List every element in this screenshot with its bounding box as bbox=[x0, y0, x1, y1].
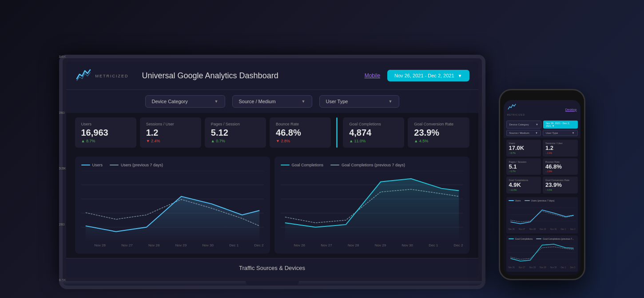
phone-chart-area: Users Users (previous 7 days) bbox=[504, 195, 580, 275]
logo-text: METRICIZED bbox=[95, 74, 129, 78]
phone-goal-x-labels: Nov 26 Nov 27 Nov 28 Nov 29 Nov 30 Dec 1… bbox=[509, 266, 576, 270]
metric-value: 23.9% bbox=[414, 128, 463, 137]
caret: ▼ bbox=[535, 132, 538, 134]
phone-date-btn[interactable]: Nov 26, 2021 - Dec 2, 2021 ▼ bbox=[543, 121, 578, 129]
x-label: Nov 27 bbox=[121, 243, 132, 247]
x-label: Dec 1 bbox=[561, 228, 566, 230]
x-label: Nov 27 bbox=[321, 243, 332, 247]
device-category-filter[interactable]: Device Category ▼ bbox=[145, 95, 225, 108]
metric-label: Users bbox=[81, 122, 130, 126]
charts-row: Users Users (previous 7 days) 3.5K bbox=[66, 152, 478, 258]
phone-legend-color-prev bbox=[525, 200, 530, 201]
legend-item-goal: Goal Completions bbox=[281, 163, 324, 167]
phone-usertype-filter[interactable]: User Type ▼ bbox=[543, 130, 578, 136]
x-label: Nov 26 bbox=[294, 243, 305, 247]
x-label: Nov 27 bbox=[519, 266, 525, 269]
laptop-screen: METRICIZED Universal Google Analytics Da… bbox=[66, 62, 478, 278]
legend-label-users-prev: Users (previous 7 days) bbox=[121, 163, 163, 167]
metric-label: Goal Completions bbox=[349, 122, 398, 126]
x-label: Nov 29 bbox=[540, 228, 546, 230]
header-right: Mobile Nov 26, 2021 - Dec 2, 2021 ▼ bbox=[365, 70, 469, 81]
metric-goal-completions: Goal Completions 4,874 11.0% bbox=[343, 117, 404, 148]
caret: ▼ bbox=[572, 132, 575, 134]
metric-value: 16,963 bbox=[81, 128, 130, 137]
phone-date-text: Nov 26, 2021 - Dec 2, 2021 bbox=[546, 122, 570, 127]
x-label: Nov 29 bbox=[540, 266, 546, 269]
phone-metrics: Users 17.0K ↑ 8.7% Sessions / User 1.2 ↓… bbox=[504, 138, 580, 195]
phone-metric-value: 46.8% bbox=[545, 163, 575, 170]
metric-change: 2.8% bbox=[276, 139, 325, 143]
metric-label: Bounce Rate bbox=[276, 122, 325, 126]
chart-legend: Users Users (previous 7 days) bbox=[81, 163, 264, 167]
phone-legend-users-prev: Users (previous 7 days) bbox=[525, 199, 555, 202]
x-label: Nov 28 bbox=[148, 243, 159, 247]
x-label: Dec 2 bbox=[570, 266, 576, 269]
metric-divider bbox=[336, 117, 338, 148]
x-label: Nov 30 bbox=[203, 243, 214, 247]
x-label: Dec 2 bbox=[570, 228, 576, 230]
phone-filter-row-2: Source / Medium ▼ User Type ▼ bbox=[506, 130, 578, 136]
laptop-screen-wrapper: METRICIZED Universal Google Analytics Da… bbox=[59, 55, 485, 281]
phone-users-chart: Users Users (previous 7 days) bbox=[506, 197, 578, 234]
phone-metric-sessions: Sessions / User 1.2 ↓ 2.4% bbox=[543, 140, 578, 157]
phone-metric-pages: Pages / Session 5.1 ↑ 0.7% bbox=[506, 158, 541, 175]
phone-metric-bounce: Bounce Rate 46.8% ↓ 2.8% bbox=[543, 158, 578, 175]
x-axis-labels: Nov 26 Nov 27 Nov 28 Nov 29 Nov 30 Dec 1… bbox=[281, 242, 463, 247]
phone-legend-label-goal-prev: Goal Completions (previous 7... bbox=[543, 238, 574, 240]
phone-metric-value: 4.9K bbox=[509, 181, 539, 189]
users-chart: Users Users (previous 7 days) 3.5K bbox=[75, 157, 270, 254]
phone-users-svg bbox=[509, 203, 576, 226]
phone-usertype-label: User Type bbox=[546, 132, 558, 134]
logo-area: METRICIZED Universal Google Analytics Da… bbox=[75, 67, 278, 84]
x-label: Nov 26 bbox=[95, 243, 106, 247]
phone-device-filter[interactable]: Device Category ▼ bbox=[506, 121, 542, 129]
laptop-notch bbox=[246, 281, 299, 286]
device-category-label: Device Category bbox=[152, 99, 188, 104]
phone-metric-conversion: Goal Conversion Rate 23.9% ↑ 4.5% bbox=[543, 177, 578, 193]
metric-bounce-rate: Bounce Rate 46.8% 2.8% bbox=[270, 117, 331, 148]
chart-legend: Goal Completions Goal Completions (previ… bbox=[281, 163, 463, 167]
metric-change: 0.7% bbox=[211, 139, 260, 143]
metric-change: 8.7% bbox=[81, 139, 130, 143]
source-medium-filter[interactable]: Source / Medium ▼ bbox=[232, 95, 312, 108]
x-label: Nov 26 bbox=[509, 266, 515, 269]
x-label: Nov 30 bbox=[550, 228, 557, 230]
phone-metric-change: ↓ 2.4% bbox=[545, 152, 575, 154]
x-axis-labels: Nov 26 Nov 27 Nov 28 Nov 29 Nov 30 Dec 1… bbox=[81, 242, 264, 247]
metric-goal-conversion: Goal Conversion Rate 23.9% 4.5% bbox=[408, 117, 469, 148]
user-type-filter[interactable]: User Type ▼ bbox=[319, 95, 399, 108]
legend-item-users-prev: Users (previous 7 days) bbox=[110, 163, 163, 167]
metric-change: 2.4% bbox=[146, 139, 195, 143]
phone-device-label: Device Category bbox=[509, 123, 529, 126]
phone-metric-change: ↑ 0.7% bbox=[509, 170, 539, 173]
legend-color-users bbox=[81, 165, 90, 165]
phone-source-filter[interactable]: Source / Medium ▼ bbox=[506, 130, 541, 136]
x-label: Dec 1 bbox=[561, 266, 566, 269]
phone-metric-value: 5.1 bbox=[509, 163, 539, 170]
legend-color-goal bbox=[281, 165, 290, 165]
source-medium-label: Source / Medium bbox=[239, 99, 276, 104]
phone-chart-legend: Users Users (previous 7 days) bbox=[509, 199, 576, 202]
phone-goal-svg bbox=[509, 242, 576, 264]
legend-item-users: Users bbox=[81, 163, 103, 167]
phone-metric-value: 1.2 bbox=[545, 145, 575, 152]
metric-value: 4,874 bbox=[349, 128, 398, 137]
metric-label: Pages / Session bbox=[211, 122, 260, 126]
phone-filters: Device Category ▼ Nov 26, 2021 - Dec 2, … bbox=[504, 119, 580, 138]
date-range-text: Nov 26, 2021 - Dec 2, 2021 bbox=[394, 73, 454, 78]
phone-legend-color bbox=[509, 200, 514, 201]
dashboard-header: METRICIZED Universal Google Analytics Da… bbox=[66, 62, 478, 90]
legend-color-users-prev bbox=[110, 165, 119, 165]
phone-desktop-link[interactable]: Desktop bbox=[565, 108, 577, 111]
x-label: Dec 2 bbox=[454, 243, 463, 247]
metric-users: Users 16,963 8.7% bbox=[75, 117, 136, 148]
scene: METRICIZED Universal Google Analytics Da… bbox=[0, 0, 644, 298]
phone-header: METRICIZED Desktop bbox=[504, 100, 580, 119]
date-range-button[interactable]: Nov 26, 2021 - Dec 2, 2021 ▼ bbox=[387, 70, 469, 81]
dropdown-arrow-icon: ▼ bbox=[458, 73, 462, 78]
filters-row: Device Category ▼ Source / Medium ▼ User… bbox=[66, 90, 478, 113]
mobile-link[interactable]: Mobile bbox=[365, 72, 380, 79]
metrics-row: Users 16,963 8.7% Sessions / User 1.2 2.… bbox=[66, 113, 478, 152]
phone-x-labels: Nov 26 Nov 27 Nov 28 Nov 29 Nov 30 Dec 1… bbox=[509, 227, 576, 231]
x-label: Nov 26 bbox=[509, 228, 515, 230]
